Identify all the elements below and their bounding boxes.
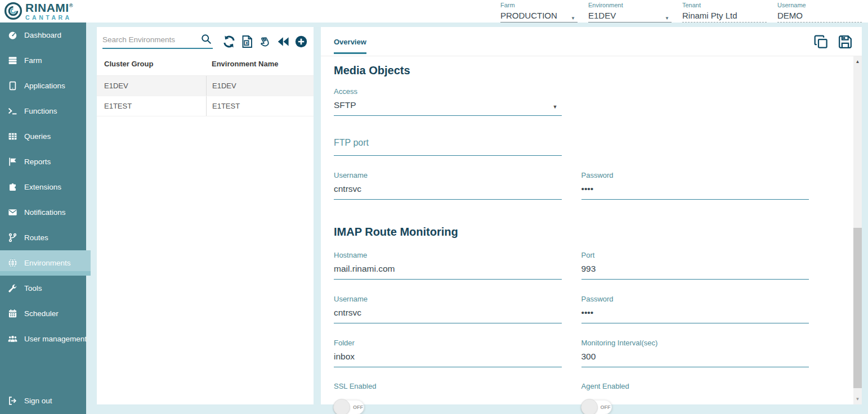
app-logo[interactable]: RINAMI® CANTARA [4, 2, 73, 21]
scroll-down-arrow[interactable]: ▼ [853, 397, 862, 402]
imap-folder-field: Folder inbox [334, 339, 562, 367]
sidebar-item-label: Notifications [24, 208, 66, 217]
globe-icon [8, 258, 17, 268]
header-context-fields: Farm PRODUCTION ▼ Environment E1DEV ▼ Te… [500, 2, 862, 22]
username-label: Username [334, 295, 562, 304]
sidebar-item-farm[interactable]: Farm [0, 48, 86, 73]
password-label: Password [581, 295, 809, 304]
hand-select-button[interactable] [258, 34, 272, 49]
tab-overview[interactable]: Overview [334, 38, 366, 54]
sidebar-item-tools[interactable]: Tools [0, 276, 86, 301]
logo-text: RINAMI® CANTARA [25, 2, 73, 21]
sidebar-item-functions[interactable]: Functions [0, 98, 86, 124]
port-label: Port [581, 251, 809, 260]
puzzle-icon [8, 182, 17, 192]
sidebar-item-extensions[interactable]: Extensions [0, 174, 86, 200]
tenant-value: Rinami Pty Ltd [682, 11, 737, 20]
refresh-button[interactable] [222, 34, 236, 49]
terminal-icon [8, 106, 17, 116]
media-credentials-row: Username cntrsvc Password •••• [334, 171, 809, 200]
username-field: Username DEMO [777, 2, 862, 22]
table-row[interactable]: E1DEV E1DEV [97, 76, 314, 96]
rewind-icon [276, 35, 290, 48]
access-select[interactable]: SFTP ▼ [334, 100, 562, 116]
detail-tabbar: Overview [321, 27, 862, 56]
copy-button[interactable] [813, 34, 829, 50]
sidebar-nav: Dashboard Farm Applications Functions Qu… [0, 22, 86, 414]
column-header-cluster-group: Cluster Group [97, 60, 206, 68]
scroll-up-arrow[interactable]: ▲ [853, 60, 862, 64]
folder-label: Folder [334, 339, 562, 348]
imap-hostname-input[interactable]: mail.rinami.com [334, 263, 562, 280]
sidebar-item-label: Environments [24, 259, 71, 267]
imap-password-field: Password •••• [581, 295, 809, 323]
media-password-input[interactable]: •••• [581, 183, 809, 200]
username-label: Username [777, 2, 862, 8]
calendar-icon [8, 309, 17, 318]
imap-folder-row: Folder inbox Monitoring Interval(sec) 30… [334, 339, 809, 367]
sidebar-item-applications[interactable]: Applications [0, 73, 86, 98]
chevron-down-icon[interactable]: ▼ [665, 14, 669, 23]
sidebar-item-notifications[interactable]: Notifications [0, 200, 86, 225]
logo-swirl-icon [4, 2, 23, 20]
username-value: DEMO [777, 11, 803, 20]
environment-select[interactable]: Environment E1DEV ▼ [588, 2, 672, 22]
search-input[interactable] [102, 35, 197, 44]
save-icon [838, 34, 853, 50]
flag-icon [8, 157, 17, 166]
list-toolbar: x [97, 27, 314, 49]
scrollbar-thumb[interactable] [853, 228, 862, 388]
export-excel-button[interactable]: x [240, 34, 254, 49]
users-icon [8, 334, 17, 344]
vertical-scrollbar[interactable]: ▲ ▼ [853, 56, 862, 404]
sidebar-item-label: Farm [24, 56, 42, 65]
sidebar-item-dashboard[interactable]: Dashboard [0, 22, 86, 48]
sidebar-item-sign-out[interactable]: Sign out [0, 388, 86, 413]
imap-username-input[interactable]: cntrsvc [334, 307, 562, 323]
sidebar-item-label: Functions [24, 107, 57, 115]
section-title-imap: IMAP Route Monitoring [334, 224, 809, 239]
table-header: Cluster Group Environment Name [97, 56, 314, 76]
sidebar-item-label: Sign out [24, 397, 52, 405]
access-field: Access SFTP ▼ [334, 87, 562, 116]
chevron-down-icon[interactable]: ▼ [571, 14, 575, 23]
add-button[interactable] [294, 34, 308, 49]
environments-list-panel: x [97, 27, 314, 404]
search-icon[interactable] [200, 33, 212, 45]
imap-interval-input[interactable]: 300 [581, 351, 809, 367]
environments-table: Cluster Group Environment Name E1DEV E1D… [97, 56, 314, 116]
ftp-port-field[interactable]: FTP port [334, 137, 562, 156]
access-label: Access [334, 87, 562, 96]
add-icon [294, 35, 308, 48]
list-toolbar-icons: x [222, 34, 308, 49]
imap-folder-input[interactable]: inbox [334, 351, 562, 367]
media-username-field: Username cntrsvc [334, 171, 562, 200]
sidebar-item-queries[interactable]: Queries [0, 124, 86, 149]
imap-port-input[interactable]: 993 [581, 263, 809, 280]
hand-pointer-icon [258, 35, 272, 48]
ssl-enabled-label: SSL Enabled [334, 382, 562, 391]
ssl-enabled-toggle[interactable]: OFF [334, 400, 364, 414]
sidebar-item-scheduler[interactable]: Scheduler [0, 301, 86, 326]
table-icon [8, 132, 17, 141]
tenant-label: Tenant [682, 2, 767, 8]
farm-select[interactable]: Farm PRODUCTION ▼ [500, 2, 578, 22]
sidebar-item-routes[interactable]: Routes [0, 225, 86, 250]
logo-name: RINAMI® [25, 2, 73, 14]
dashboard-icon [8, 30, 17, 40]
imap-password-input[interactable]: •••• [581, 307, 809, 323]
media-username-input[interactable]: cntrsvc [334, 183, 562, 200]
server-icon [8, 56, 17, 65]
rewind-button[interactable] [276, 34, 290, 49]
save-button[interactable] [838, 34, 853, 50]
sidebar-item-user-management[interactable]: User management [0, 326, 86, 352]
refresh-icon [222, 35, 236, 48]
sidebar-item-reports[interactable]: Reports [0, 149, 86, 174]
environment-detail-panel: Overview Media Objects Access [321, 27, 862, 404]
agent-enabled-toggle[interactable]: OFF [581, 400, 612, 414]
table-row[interactable]: E1TEST E1TEST [97, 96, 314, 116]
media-password-field: Password •••• [581, 171, 809, 200]
agent-enabled-field: Agent Enabled OFF [581, 382, 809, 414]
hostname-label: Hostname [334, 251, 562, 260]
sidebar-item-environments[interactable]: Environments [0, 250, 91, 276]
